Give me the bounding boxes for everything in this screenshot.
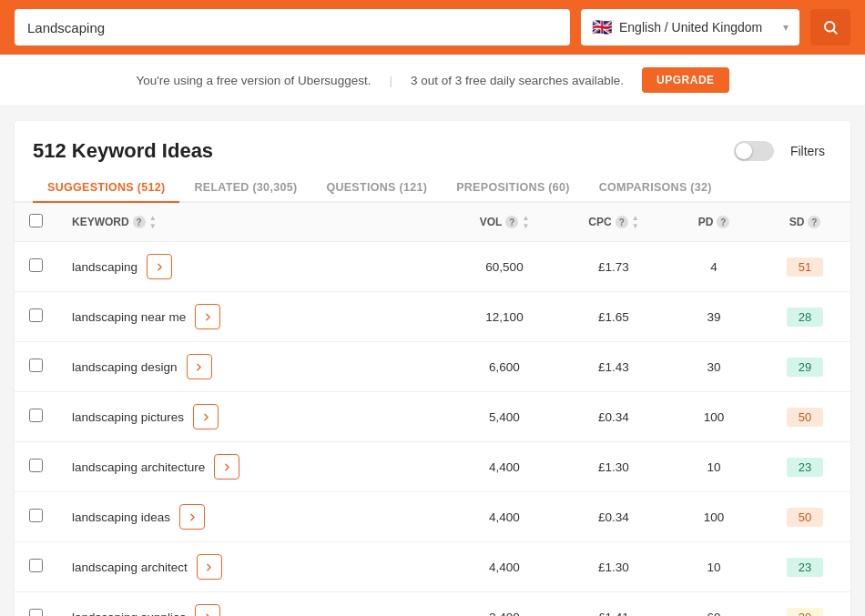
- upgrade-button[interactable]: UPGRADE: [642, 67, 729, 93]
- sd-badge: 51: [787, 258, 823, 277]
- free-version-text: You're using a free version of Ubersugge…: [136, 74, 371, 87]
- pd-info-icon[interactable]: ?: [717, 216, 729, 228]
- row-checkbox[interactable]: [29, 409, 43, 422]
- row-checkbox-cell: [15, 442, 57, 492]
- vol-sort-up-icon: ▲: [522, 215, 529, 222]
- pd-cell: 69: [668, 592, 759, 617]
- pd-column-header[interactable]: PD ?: [668, 203, 759, 242]
- cpc-sort[interactable]: ▲ ▼: [632, 215, 639, 230]
- tab-suggestions[interactable]: SUGGESTIONS (512): [33, 174, 179, 203]
- cpc-cell: £1.41: [559, 592, 668, 617]
- keyword-column-header[interactable]: KEYWORD ? ▲ ▼: [57, 203, 450, 242]
- keyword-table: KEYWORD ? ▲ ▼ VOL ?: [15, 203, 850, 616]
- row-checkbox[interactable]: [29, 308, 43, 322]
- vol-sort[interactable]: ▲ ▼: [522, 215, 529, 230]
- arrow-right-icon: [221, 461, 233, 473]
- cpc-info-icon[interactable]: ?: [616, 216, 628, 228]
- select-all-header[interactable]: [15, 203, 57, 242]
- row-checkbox-cell: [15, 242, 57, 292]
- keyword-text: landscaping: [72, 260, 137, 274]
- sd-badge: 29: [787, 358, 823, 377]
- sd-cell: 50: [759, 392, 850, 442]
- keyword-navigate-button[interactable]: [214, 454, 239, 480]
- table-row: landscaping near me 12,100 £1.65 39 28: [15, 292, 850, 342]
- keyword-cell: landscaping ideas: [57, 492, 450, 542]
- keyword-text: landscaping design: [72, 360, 178, 374]
- sd-cell: 28: [759, 292, 850, 342]
- keyword-text: landscaping pictures: [72, 410, 184, 424]
- cpc-cell: £1.65: [559, 292, 668, 342]
- pd-cell: 100: [668, 492, 759, 542]
- filters-button[interactable]: Filters: [783, 140, 832, 162]
- row-checkbox[interactable]: [29, 609, 43, 616]
- tab-related[interactable]: RELATED (30,305): [179, 174, 311, 203]
- table-row: landscaping supplies 2,400 £1.41 69 39: [15, 592, 850, 617]
- pd-cell: 39: [668, 292, 759, 342]
- row-checkbox-cell: [15, 292, 57, 342]
- sd-info-icon[interactable]: ?: [808, 216, 820, 228]
- search-icon: [822, 19, 839, 35]
- toggle-switch[interactable]: [734, 141, 774, 161]
- sd-cell: 39: [759, 592, 850, 617]
- keyword-table-wrapper: KEYWORD ? ▲ ▼ VOL ?: [15, 203, 850, 616]
- arrow-right-icon: [202, 611, 214, 617]
- row-checkbox[interactable]: [29, 459, 43, 472]
- search-input[interactable]: [15, 9, 570, 45]
- cpc-cell: £1.30: [559, 442, 668, 492]
- keyword-navigate-button[interactable]: [195, 604, 220, 616]
- sd-cell: 23: [759, 442, 850, 492]
- cpc-cell: £1.73: [559, 242, 668, 292]
- keyword-navigate-button[interactable]: [193, 404, 219, 429]
- select-all-checkbox[interactable]: [29, 214, 43, 227]
- sd-badge: 23: [787, 458, 823, 477]
- searches-remaining-text: 3 out of 3 free daily searches available…: [411, 74, 624, 87]
- row-checkbox[interactable]: [29, 358, 43, 372]
- table-header: KEYWORD ? ▲ ▼ VOL ?: [15, 203, 850, 242]
- arrow-right-icon: [200, 411, 212, 423]
- table-row: landscaping architect 4,400 £1.30 10 23: [15, 542, 850, 592]
- vol-cell: 6,600: [450, 342, 559, 392]
- table-row: landscaping design 6,600 £1.43 30 29: [15, 342, 850, 392]
- language-selector[interactable]: 🇬🇧 English / United Kingdom ▾: [581, 9, 799, 45]
- page-header: 512 Keyword Ideas Filters: [15, 121, 850, 163]
- keyword-navigate-button[interactable]: [147, 254, 172, 279]
- keyword-navigate-button[interactable]: [187, 354, 212, 379]
- arrow-right-icon: [187, 511, 198, 523]
- vol-column-header[interactable]: VOL ? ▲ ▼: [450, 203, 559, 242]
- tab-comparisons[interactable]: COMPARISONS (32): [585, 174, 727, 203]
- row-checkbox[interactable]: [29, 559, 43, 572]
- keyword-navigate-button[interactable]: [195, 304, 220, 329]
- sd-badge: 23: [787, 558, 823, 577]
- row-checkbox[interactable]: [29, 258, 43, 272]
- vol-cell: 4,400: [450, 492, 559, 542]
- keyword-text: landscaping architect: [72, 560, 188, 574]
- language-left: 🇬🇧 English / United Kingdom: [592, 17, 762, 37]
- keyword-text: landscaping near me: [72, 310, 186, 324]
- vol-sort-down-icon: ▼: [522, 223, 529, 230]
- vol-info-icon[interactable]: ?: [505, 216, 518, 228]
- cpc-sort-up-icon: ▲: [632, 215, 639, 222]
- header: 🇬🇧 English / United Kingdom ▾: [0, 0, 865, 55]
- arrow-right-icon: [202, 311, 214, 323]
- keyword-cell: landscaping pictures: [57, 392, 450, 442]
- keyword-navigate-button[interactable]: [197, 554, 222, 580]
- sort-up-icon: ▲: [149, 215, 157, 222]
- keyword-text: landscaping supplies: [72, 611, 186, 617]
- tab-prepositions[interactable]: PREPOSITIONS (60): [442, 174, 585, 203]
- free-version-banner: You're using a free version of Ubersugge…: [0, 55, 865, 106]
- vol-cell: 4,400: [450, 542, 559, 592]
- search-button[interactable]: [810, 9, 850, 45]
- main-content: 512 Keyword Ideas Filters SUGGESTIONS (5…: [15, 121, 850, 616]
- vol-cell: 60,500: [450, 242, 559, 292]
- svg-line-1: [833, 30, 836, 33]
- row-checkbox[interactable]: [29, 509, 43, 522]
- keyword-text: landscaping architecture: [72, 460, 205, 474]
- keyword-info-icon[interactable]: ?: [133, 216, 146, 228]
- tab-questions[interactable]: QUESTIONS (121): [311, 174, 442, 203]
- keyword-navigate-button[interactable]: [179, 504, 205, 530]
- keyword-sort[interactable]: ▲ ▼: [149, 215, 157, 230]
- sd-column-header[interactable]: SD ?: [759, 203, 850, 242]
- keyword-text: landscaping ideas: [72, 510, 170, 524]
- keyword-cell: landscaping design: [57, 342, 450, 392]
- cpc-column-header[interactable]: CPC ? ▲ ▼: [559, 203, 668, 242]
